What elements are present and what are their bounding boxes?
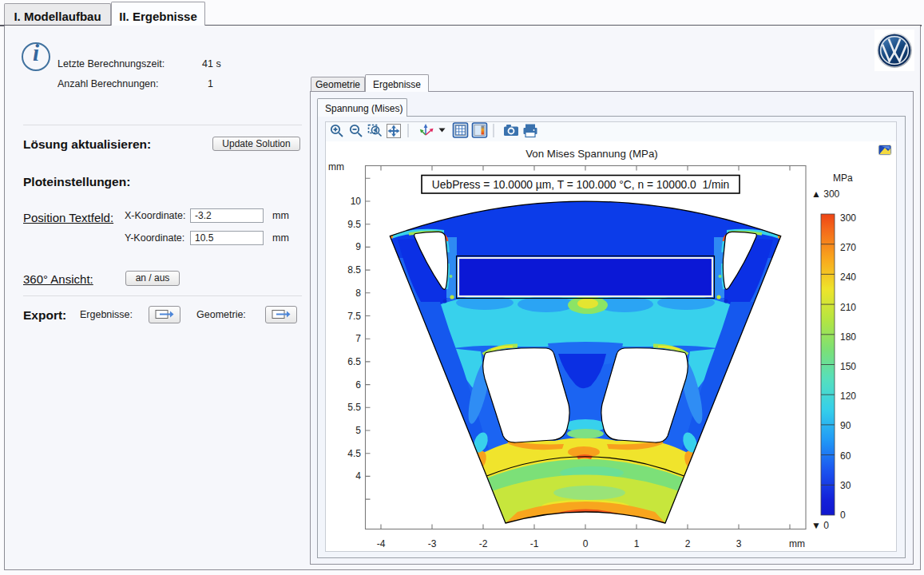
svg-text:0: 0 (583, 538, 589, 549)
svg-text:10: 10 (351, 196, 362, 207)
svg-text:8: 8 (355, 288, 361, 299)
svg-text:60: 60 (840, 450, 851, 462)
svg-text:mm: mm (789, 538, 805, 549)
svg-text:5: 5 (355, 425, 361, 436)
svg-text:MPa: MPa (833, 172, 853, 184)
svg-text:▲ 300: ▲ 300 (811, 188, 840, 200)
svg-text:6: 6 (355, 379, 361, 391)
svg-text:Von Mises Spannung (MPa): Von Mises Spannung (MPa) (525, 148, 658, 160)
svg-text:300: 300 (840, 212, 856, 224)
svg-text:0: 0 (840, 510, 846, 521)
svg-text:90: 90 (840, 420, 851, 431)
svg-text:-2: -2 (479, 538, 488, 549)
svg-text:8.5: 8.5 (347, 264, 361, 276)
svg-text:2: 2 (685, 538, 691, 549)
svg-text:120: 120 (840, 391, 856, 402)
svg-text:210: 210 (840, 302, 856, 313)
svg-text:UebPress = 10.0000 µm, T = 100: UebPress = 10.0000 µm, T = 100.000 °C, n… (432, 179, 729, 191)
svg-text:▼ 0: ▼ 0 (811, 520, 829, 531)
svg-text:7.5: 7.5 (347, 311, 361, 322)
svg-text:-1: -1 (530, 538, 539, 549)
svg-text:1: 1 (634, 538, 640, 549)
svg-text:30: 30 (840, 480, 851, 491)
svg-text:9: 9 (355, 241, 361, 252)
svg-text:3: 3 (736, 538, 742, 549)
svg-text:-3: -3 (428, 538, 437, 549)
svg-text:7: 7 (355, 333, 361, 344)
svg-text:4: 4 (355, 470, 361, 482)
svg-text:6.5: 6.5 (347, 356, 361, 367)
svg-text:9.5: 9.5 (347, 219, 361, 230)
svg-text:150: 150 (840, 361, 856, 372)
svg-text:270: 270 (840, 242, 856, 253)
svg-text:5.5: 5.5 (347, 402, 361, 413)
svg-text:4.5: 4.5 (347, 448, 361, 459)
svg-text:-4: -4 (377, 538, 386, 549)
svg-text:mm: mm (328, 161, 344, 172)
svg-text:180: 180 (840, 331, 856, 343)
svg-text:240: 240 (840, 272, 856, 283)
